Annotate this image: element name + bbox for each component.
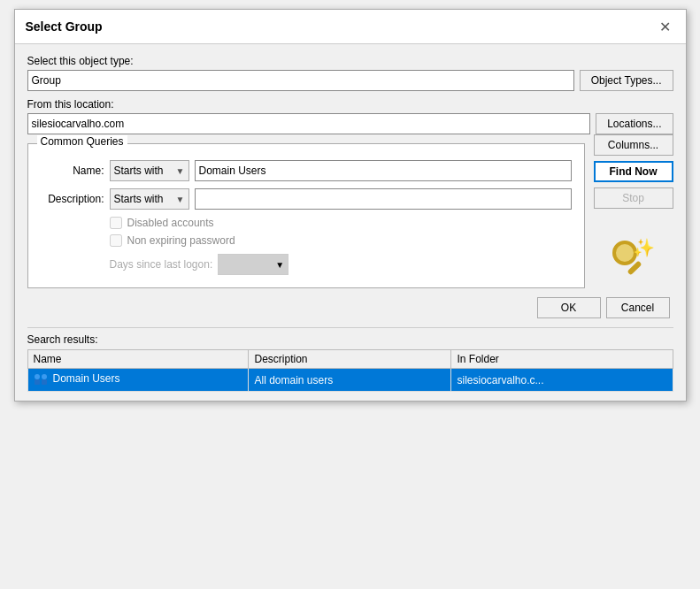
location-row: Locations... bbox=[27, 113, 673, 134]
title-bar: Select Group ✕ bbox=[15, 10, 686, 44]
days-chevron: ▼ bbox=[275, 260, 284, 270]
table-row[interactable]: Domain Users All domain userssilesiocarv… bbox=[27, 369, 673, 392]
object-type-label: Select this object type: bbox=[27, 55, 673, 67]
name-condition-chevron: ▼ bbox=[176, 166, 185, 176]
dialog-title: Select Group bbox=[26, 19, 103, 34]
days-row: Days since last logon: ▼ bbox=[110, 254, 572, 275]
result-description-cell: All domain users bbox=[249, 369, 451, 392]
disabled-accounts-checkbox[interactable] bbox=[110, 217, 122, 229]
ok-button[interactable]: OK bbox=[537, 297, 601, 318]
find-now-button[interactable]: Find Now bbox=[594, 161, 673, 182]
main-area: Common Queries Name: Starts with ▼ bbox=[27, 134, 673, 288]
non-expiring-row: Non expiring password bbox=[110, 234, 572, 247]
group-user-icon bbox=[34, 371, 50, 386]
object-types-button[interactable]: Object Types... bbox=[580, 70, 673, 91]
results-table-head: Name Description In Folder bbox=[27, 350, 673, 369]
select-group-dialog: Select Group ✕ Select this object type: … bbox=[14, 9, 687, 402]
object-type-input[interactable] bbox=[27, 70, 574, 91]
results-table-body: Domain Users All domain userssilesiocarv… bbox=[27, 369, 673, 392]
col-in-folder[interactable]: In Folder bbox=[451, 350, 673, 369]
cancel-button[interactable]: Cancel bbox=[606, 297, 670, 318]
description-row: Description: Starts with ▼ bbox=[41, 188, 572, 210]
name-condition-dropdown[interactable]: Starts with ▼ bbox=[110, 160, 189, 181]
search-icon-area: ✨ bbox=[594, 241, 673, 278]
name-value-input[interactable] bbox=[195, 160, 572, 181]
magnifier-star: ✨ bbox=[633, 237, 655, 258]
days-dropdown: ▼ bbox=[218, 254, 288, 275]
svg-rect-2 bbox=[42, 379, 47, 385]
results-header-row: Name Description In Folder bbox=[27, 350, 673, 369]
name-label: Name: bbox=[41, 164, 104, 177]
disabled-accounts-row: Disabled accounts bbox=[110, 217, 572, 229]
results-table: Name Description In Folder Domain Users … bbox=[27, 349, 673, 392]
disabled-accounts-label: Disabled accounts bbox=[127, 217, 214, 229]
right-buttons: Columns... Find Now Stop ✨ bbox=[594, 134, 673, 278]
non-expiring-checkbox[interactable] bbox=[110, 234, 122, 247]
stop-button[interactable]: Stop bbox=[594, 187, 673, 209]
description-value-input[interactable] bbox=[195, 188, 572, 210]
common-queries-group: Common Queries Name: Starts with ▼ bbox=[27, 143, 585, 288]
columns-button[interactable]: Columns... bbox=[594, 134, 673, 156]
group-content: Name: Starts with ▼ Description: Starts bbox=[28, 144, 584, 287]
description-condition-chevron: ▼ bbox=[176, 195, 185, 204]
svg-point-1 bbox=[35, 374, 40, 379]
common-queries-legend: Common Queries bbox=[37, 135, 127, 148]
search-results-section: Search results: Name Description In Fold… bbox=[27, 327, 673, 392]
svg-point-3 bbox=[42, 374, 47, 379]
description-condition-dropdown[interactable]: Starts with ▼ bbox=[110, 188, 189, 210]
result-name-cell: Domain Users bbox=[27, 369, 249, 392]
location-input[interactable] bbox=[27, 113, 591, 134]
search-results-label: Search results: bbox=[27, 333, 673, 346]
location-label: From this location: bbox=[27, 98, 673, 111]
result-name-with-icon: Domain Users bbox=[34, 371, 120, 386]
ok-cancel-row: OK Cancel bbox=[27, 297, 673, 318]
svg-rect-0 bbox=[35, 379, 40, 385]
close-button[interactable]: ✕ bbox=[656, 17, 675, 36]
description-label: Description: bbox=[41, 193, 104, 205]
dialog-body: Select this object type: Object Types...… bbox=[15, 44, 686, 401]
col-name[interactable]: Name bbox=[27, 350, 249, 369]
result-in-folder-cell: silesiocarvalho.c... bbox=[451, 369, 673, 392]
locations-button[interactable]: Locations... bbox=[596, 113, 673, 134]
name-row: Name: Starts with ▼ bbox=[41, 160, 572, 181]
description-condition-value: Starts with bbox=[114, 193, 164, 205]
days-label: Days since last logon: bbox=[110, 258, 213, 271]
left-area: Common Queries Name: Starts with ▼ bbox=[27, 134, 585, 288]
result-name: Domain Users bbox=[53, 372, 120, 385]
magnifier-icon: ✨ bbox=[612, 241, 655, 278]
non-expiring-label: Non expiring password bbox=[127, 234, 235, 247]
col-description[interactable]: Description bbox=[249, 350, 451, 369]
name-condition-value: Starts with bbox=[114, 164, 164, 177]
object-type-row: Object Types... bbox=[27, 70, 673, 91]
